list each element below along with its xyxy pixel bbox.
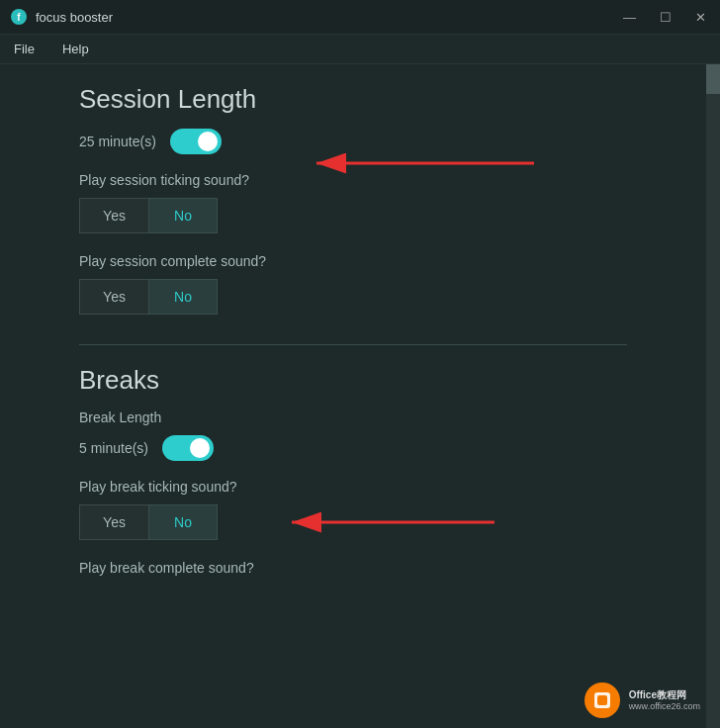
app-title: focus booster xyxy=(36,10,619,25)
break-ticking-no[interactable]: No xyxy=(148,504,218,540)
session-ticking-no[interactable]: No xyxy=(148,198,218,233)
break-complete-label: Play break complete sound? xyxy=(79,560,627,576)
break-ticking-yn: Yes No xyxy=(79,504,627,540)
break-complete-row: Play break complete sound? xyxy=(79,560,627,576)
help-menu[interactable]: Help xyxy=(56,38,95,60)
titlebar: f focus booster — ☐ ✕ xyxy=(0,0,720,35)
menubar: File Help xyxy=(0,35,720,64)
app-container: Session Length 25 minute(s) Play session… xyxy=(0,64,720,728)
scrollbar-track[interactable] xyxy=(706,64,720,728)
close-button[interactable]: ✕ xyxy=(691,9,710,26)
session-ticking-row: Play session ticking sound? Yes No xyxy=(79,172,627,233)
window-controls: — ☐ ✕ xyxy=(619,9,710,26)
session-ticking-yn: Yes No xyxy=(79,198,627,233)
session-complete-row: Play session complete sound? Yes No xyxy=(79,253,627,315)
svg-rect-6 xyxy=(594,692,610,708)
break-length-toggle[interactable] xyxy=(162,435,214,461)
session-ticking-label: Play session ticking sound? xyxy=(79,172,627,188)
session-length-row: 25 minute(s) xyxy=(79,129,627,154)
break-length-row: 5 minute(s) xyxy=(79,435,627,461)
watermark: Office教程网 www.office26.com xyxy=(585,682,700,718)
session-length-section: Session Length 25 minute(s) Play session… xyxy=(0,64,706,344)
breaks-section: Breaks Break Length 5 minute(s) Play bre… xyxy=(0,345,706,605)
toggle-track-break xyxy=(162,435,214,461)
session-length-value: 25 minute(s) xyxy=(79,134,156,149)
breaks-title: Breaks xyxy=(79,365,627,396)
session-length-toggle[interactable] xyxy=(170,129,222,154)
maximize-button[interactable]: ☐ xyxy=(656,9,675,26)
session-complete-yes[interactable]: Yes xyxy=(79,279,148,315)
file-menu[interactable]: File xyxy=(8,38,41,60)
session-complete-no[interactable]: No xyxy=(148,279,218,315)
toggle-track-session xyxy=(170,129,222,154)
session-complete-label: Play session complete sound? xyxy=(79,253,627,269)
session-complete-yn: Yes No xyxy=(79,279,627,315)
scrollbar-thumb[interactable] xyxy=(706,64,720,94)
minimize-button[interactable]: — xyxy=(619,9,640,26)
svg-rect-7 xyxy=(597,695,607,705)
session-length-title: Session Length xyxy=(79,84,627,115)
break-ticking-label: Play break ticking sound? xyxy=(79,479,627,495)
toggle-thumb-session xyxy=(198,132,218,151)
break-ticking-yes[interactable]: Yes xyxy=(79,504,148,540)
toggle-thumb-break xyxy=(190,438,210,458)
break-length-value: 5 minute(s) xyxy=(79,440,148,456)
app-icon: f xyxy=(10,8,28,26)
break-length-label: Break Length xyxy=(79,410,627,425)
session-ticking-yes[interactable]: Yes xyxy=(79,198,148,233)
settings-content: Session Length 25 minute(s) Play session… xyxy=(0,64,706,728)
break-ticking-row: Play break ticking sound? Yes No xyxy=(79,479,627,540)
